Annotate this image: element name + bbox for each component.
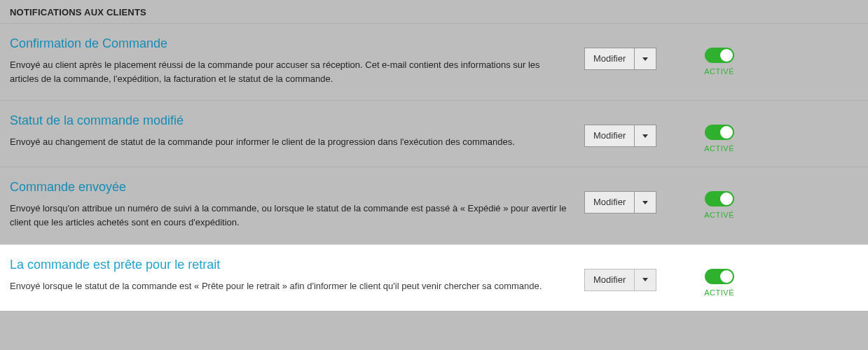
toggle-status-label: ACTIVÉ [704,211,734,219]
modify-button[interactable]: Modifier [585,192,635,213]
modify-split-button: Modifier [584,191,656,214]
toggle-knob [720,126,733,139]
notification-description: Envoyé lorsqu'on attribue un numéro de s… [10,202,570,230]
toggle-knob [720,192,733,205]
notification-row: La commande est prête pour le retrait En… [0,244,868,311]
toggle-status-label: ACTIVÉ [704,67,734,76]
modify-dropdown-button[interactable] [635,48,656,69]
toggle-container: ACTIVÉ [704,125,734,153]
notification-toggle[interactable] [705,125,734,140]
modify-split-button: Modifier [584,125,656,147]
notification-title: La commande est prête pour le retrait [10,258,570,272]
notification-text: Statut de la commande modifié Envoyé au … [10,113,570,149]
chevron-down-icon [642,134,648,138]
notification-controls: Modifier ACTIVÉ [584,125,737,153]
toggle-status-label: ACTIVÉ [704,144,734,153]
notification-description: Envoyé lorsque le statut de la commande … [10,279,570,293]
notification-toggle[interactable] [705,269,734,284]
notification-controls: Modifier ACTIVÉ [584,191,737,219]
chevron-down-icon [642,201,648,204]
modify-button[interactable]: Modifier [585,48,635,69]
toggle-status-label: ACTIVÉ [704,288,734,297]
toggle-container: ACTIVÉ [704,48,734,76]
notification-title: Confirmation de Commande [10,36,570,51]
notification-description: Envoyé au changement de statut de la com… [10,135,570,149]
notification-row: Commande envoyée Envoyé lorsqu'on attrib… [0,167,868,244]
section-header: NOTIFICATIONS AUX CLIENTS [0,0,868,23]
modify-dropdown-button[interactable] [635,270,656,290]
notification-text: La commande est prête pour le retrait En… [10,258,570,293]
modify-dropdown-button[interactable] [635,192,656,213]
toggle-container: ACTIVÉ [704,269,734,297]
notification-row: Statut de la commande modifié Envoyé au … [0,100,868,167]
notification-controls: Modifier ACTIVÉ [584,48,737,76]
notification-text: Commande envoyée Envoyé lorsqu'on attrib… [10,180,570,230]
toggle-container: ACTIVÉ [704,191,734,219]
modify-button[interactable]: Modifier [585,270,635,290]
notification-toggle[interactable] [705,48,734,63]
notification-title: Commande envoyée [10,180,570,195]
notification-toggle[interactable] [705,191,734,206]
notification-text: Confirmation de Commande Envoyé au clien… [10,36,570,86]
modify-split-button: Modifier [584,48,656,70]
toggle-knob [720,49,733,62]
modify-button[interactable]: Modifier [585,125,635,146]
modify-dropdown-button[interactable] [635,125,656,146]
modify-split-button: Modifier [584,269,656,291]
chevron-down-icon [642,278,648,281]
notification-row: Confirmation de Commande Envoyé au clien… [0,23,868,100]
toggle-knob [720,270,733,283]
notification-description: Envoyé au client après le placement réus… [10,58,570,86]
notification-controls: Modifier ACTIVÉ [584,269,737,297]
chevron-down-icon [642,57,648,61]
notification-title: Statut de la commande modifié [10,113,570,128]
